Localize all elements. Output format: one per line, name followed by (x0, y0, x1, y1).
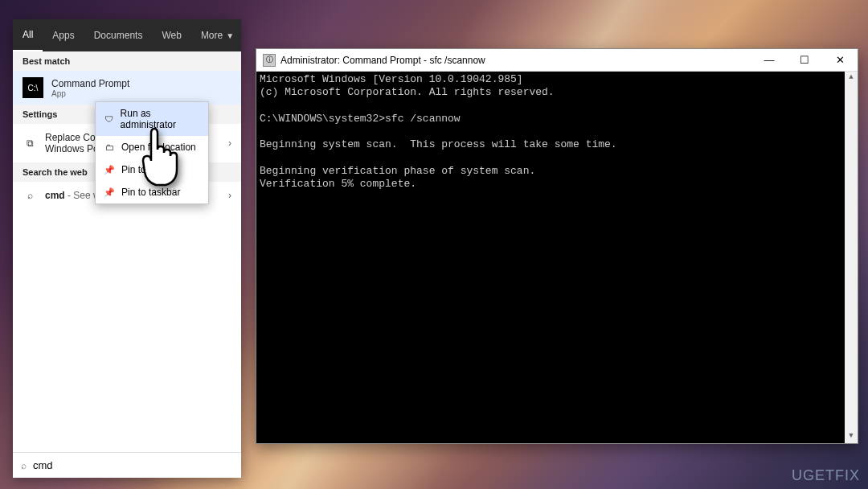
toggle-icon: ⧉ (23, 138, 37, 149)
ctx-open-location-label: Open file location (121, 142, 196, 153)
scroll-down-button[interactable]: ▼ (845, 430, 858, 443)
chevron-right-icon: › (228, 138, 231, 149)
console-line: (c) Microsoft Corporation. All rights re… (260, 86, 555, 98)
tab-more[interactable]: More ▼ (191, 19, 244, 51)
cmd-titlebar-icon: ⓘ (263, 54, 276, 67)
scroll-up-button[interactable]: ▲ (845, 72, 858, 84)
tab-web[interactable]: Web (152, 19, 190, 51)
console-line: C:\WINDOWS\system32>sfc /scannow (260, 113, 461, 125)
search-icon: ⌕ (21, 460, 27, 471)
pin-icon: 📌 (104, 187, 115, 198)
window-title: Administrator: Command Prompt - sfc /sca… (280, 55, 485, 66)
scrollbar[interactable] (845, 72, 858, 443)
tab-more-label: More (201, 30, 223, 41)
chevron-right-icon: › (228, 190, 231, 201)
console-line: Beginning verification phase of system s… (260, 165, 535, 177)
section-best-match: Best match (13, 51, 241, 71)
tab-documents[interactable]: Documents (84, 19, 153, 51)
ctx-pin-start-label: Pin to Start (121, 164, 169, 175)
search-tabs: All Apps Documents Web More ▼ (13, 19, 241, 51)
ctx-run-as-admin[interactable]: 🛡 Run as administrator (96, 102, 208, 136)
result-subtitle: App (51, 89, 129, 98)
watermark: UGETFIX (792, 467, 860, 484)
start-search-panel: All Apps Documents Web More ▼ Best match… (13, 19, 241, 478)
ctx-pin-taskbar-label: Pin to taskbar (121, 187, 180, 198)
admin-icon: 🛡 (104, 114, 114, 124)
pin-icon: 📌 (104, 165, 115, 175)
search-box[interactable]: ⌕ (13, 452, 241, 478)
close-button[interactable]: ✕ (822, 49, 858, 72)
search-icon: ⌕ (23, 190, 37, 201)
console-line: Beginning system scan. This process will… (260, 138, 617, 150)
web-item-prefix: cmd (45, 190, 65, 201)
cmd-app-icon: C:\ (23, 77, 43, 98)
ctx-open-location[interactable]: 🗀 Open file location (96, 136, 208, 158)
tab-all[interactable]: All (13, 19, 43, 51)
console-line: Microsoft Windows [Version 10.0.19042.98… (260, 73, 523, 85)
cmd-window: ⓘ Administrator: Command Prompt - sfc /s… (256, 48, 858, 444)
best-match-result[interactable]: C:\ Command Prompt App (13, 71, 241, 105)
minimize-button[interactable]: — (751, 49, 787, 72)
maximize-button[interactable]: ☐ (787, 49, 822, 72)
search-input[interactable] (33, 459, 233, 471)
folder-icon: 🗀 (104, 142, 115, 152)
chevron-down-icon: ▼ (226, 31, 234, 40)
tab-apps[interactable]: Apps (43, 19, 84, 51)
console-line: Verification 5% complete. (260, 178, 416, 190)
ctx-pin-taskbar[interactable]: 📌 Pin to taskbar (96, 181, 208, 203)
console-output[interactable]: Microsoft Windows [Version 10.0.19042.98… (256, 72, 858, 443)
ctx-run-as-admin-label: Run as administrator (121, 108, 200, 130)
titlebar[interactable]: ⓘ Administrator: Command Prompt - sfc /s… (256, 49, 858, 72)
context-menu: 🛡 Run as administrator 🗀 Open file locat… (95, 101, 209, 204)
ctx-pin-start[interactable]: 📌 Pin to Start (96, 158, 208, 181)
result-title: Command Prompt (51, 78, 129, 89)
